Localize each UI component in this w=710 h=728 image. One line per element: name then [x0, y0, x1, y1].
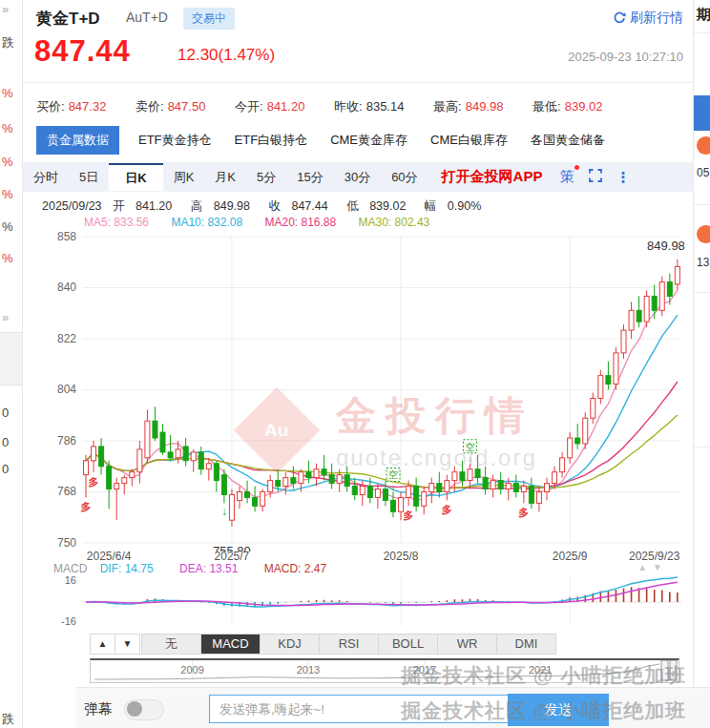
svg-text:840: 840	[57, 281, 76, 294]
quote-fields: 买价:847.32 卖价:847.50 今开:841.20 昨收:835.14 …	[36, 98, 693, 115]
tab-monthly-k[interactable]: 月K	[204, 162, 246, 192]
tab-cme-gold[interactable]: CME黄金库存	[330, 132, 407, 149]
tab-cme-silver[interactable]: CME白银库存	[430, 132, 508, 149]
tab-30min[interactable]: 30分	[334, 162, 381, 192]
svg-text:804: 804	[57, 383, 76, 396]
sidebar-value: 0	[2, 462, 9, 476]
sidebar-value: 0	[2, 406, 9, 420]
rank-badge	[697, 136, 710, 155]
open-value: 841.20	[267, 99, 305, 114]
candlestick-chart[interactable]: 858840822804786768750多多↓空↓多多空↓多755.80849…	[23, 231, 693, 551]
tab-60min[interactable]: 60分	[381, 162, 428, 192]
ohlc-readout: 2025/09/23 开 841.20 高 849.98 收 847.44 低 …	[42, 198, 496, 215]
ohlc-date: 2025/09/23	[42, 199, 102, 213]
tab-5min[interactable]: 5分	[246, 162, 286, 192]
svg-text:↓: ↓	[468, 454, 472, 464]
collapse-chevron-icon[interactable]: »	[2, 310, 9, 324]
right-panel-value: 13	[697, 256, 709, 269]
danmaku-label: 弹幕	[84, 700, 113, 718]
navigator-year-label: 2009	[180, 664, 203, 676]
low-label: 最低:	[532, 99, 561, 114]
high-label: 最高:	[433, 99, 462, 114]
svg-text:849.98: 849.98	[647, 239, 685, 253]
ma30-value: MA30: 802.43	[359, 216, 430, 229]
divider	[694, 447, 710, 447]
sidebar-percent: %	[2, 251, 13, 265]
prev-close-label: 昨收:	[334, 99, 363, 114]
tab-etf-gold[interactable]: ETF黄金持仓	[138, 132, 212, 149]
danmaku-bar: 弹幕 发送	[76, 687, 710, 728]
svg-text:多: 多	[518, 507, 529, 518]
sidebar-percent: %	[2, 187, 13, 201]
indicator-tab-wr[interactable]: WR	[438, 634, 497, 654]
quote-timestamp: 2025-09-23 10:27:10	[568, 50, 683, 64]
sidebar-panel-header-partial	[0, 332, 22, 385]
left-sidebar-partial: » 跌 % % % % % % » 0 0 0 跌	[0, 0, 23, 728]
svg-text:↓: ↓	[391, 482, 396, 491]
indicator-tab-macd[interactable]: MACD	[201, 634, 261, 654]
navigator-year-label: 2021	[529, 664, 552, 676]
navigator-year-label: 2017	[413, 664, 436, 676]
navigator-year-label: 2013	[297, 664, 320, 676]
period-toolbar: 分时 5日 日K 周K 月K 5分 15分 30分 60分 打开金投网APP 策…	[23, 162, 693, 192]
right-sidebar-partial: 期 05 13	[693, 0, 710, 728]
tab-daily-k[interactable]: 日K	[109, 163, 162, 191]
macd-chart: 16-16	[23, 571, 693, 628]
indicator-up-button[interactable]: ▲	[90, 634, 115, 655]
instrument-code: AuT+D	[126, 10, 168, 25]
x-axis-tick: 2025/6/4	[87, 550, 132, 563]
refresh-icon	[613, 10, 626, 24]
tab-national-gold-reserve[interactable]: 各国黄金储备	[531, 132, 605, 149]
indicator-tab-boll[interactable]: BOLL	[379, 634, 438, 654]
more-options-icon[interactable]: ⋮	[616, 169, 630, 186]
last-price: 847.44	[34, 34, 131, 69]
tab-5day[interactable]: 5日	[69, 162, 109, 192]
x-axis-labels: 2025/6/42025/72025/82025/92025/9/23	[23, 550, 693, 563]
ma10-value: MA10: 832.08	[171, 216, 242, 229]
bid-label: 买价:	[36, 99, 65, 114]
indicator-tab-none[interactable]: 无	[142, 634, 201, 654]
sidebar-value: 0	[2, 435, 9, 449]
bid-value: 847.32	[69, 99, 107, 114]
indicator-down-button[interactable]: ▼	[115, 634, 140, 655]
svg-text:多: 多	[404, 510, 414, 521]
history-navigator[interactable]: 2009 2013 2017 2021	[90, 658, 679, 683]
open-label: 今开:	[235, 99, 263, 114]
svg-text:16: 16	[65, 574, 76, 586]
danmaku-toggle[interactable]	[124, 699, 164, 720]
ask-label: 卖价:	[136, 99, 164, 114]
toggle-knob	[127, 701, 142, 717]
svg-text:↓: ↓	[221, 505, 227, 518]
data-category-tabs: 贵金属数据 ETF黄金持仓 ETF白银持仓 CME黄金库存 CME白银库存 各国…	[36, 126, 628, 155]
sidebar-label: 跌	[2, 711, 14, 728]
danmaku-input[interactable]	[209, 695, 512, 723]
rank-badge	[697, 225, 710, 243]
divider	[694, 204, 710, 205]
svg-text:858: 858	[57, 231, 76, 243]
strategy-button[interactable]: 策	[559, 168, 574, 186]
right-panel-button-partial[interactable]	[694, 95, 710, 131]
send-button[interactable]: 发送	[508, 694, 609, 726]
collapse-chevron-icon[interactable]: »	[2, 2, 9, 16]
ask-value: 847.50	[168, 99, 206, 114]
open-app-link[interactable]: 打开金投网APP	[442, 168, 543, 186]
fullscreen-icon[interactable]	[589, 169, 602, 185]
sidebar-percent: %	[2, 86, 13, 100]
tab-weekly-k[interactable]: 周K	[163, 162, 205, 192]
tab-15min[interactable]: 15分	[286, 162, 333, 192]
svg-text:786: 786	[57, 434, 76, 447]
refresh-quotes-button[interactable]: 刷新行情	[613, 10, 683, 27]
indicator-tab-dmi[interactable]: DMI	[497, 634, 555, 654]
divider	[23, 82, 693, 83]
svg-text:多: 多	[81, 501, 92, 512]
tab-precious-metal-data[interactable]: 贵金属数据	[36, 126, 119, 155]
indicator-tab-kdj[interactable]: KDJ	[261, 634, 320, 654]
right-panel-value: 05	[697, 166, 709, 179]
indicator-tab-rsi[interactable]: RSI	[320, 634, 379, 654]
svg-text:822: 822	[57, 332, 76, 345]
navigator-minichart	[91, 660, 679, 681]
notification-dot	[574, 165, 579, 170]
tab-etf-silver[interactable]: ETF白银持仓	[235, 132, 308, 149]
tab-timeline[interactable]: 分时	[23, 162, 69, 192]
header: 黄金T+D AuT+D 交易中 刷新行情	[23, 8, 693, 32]
